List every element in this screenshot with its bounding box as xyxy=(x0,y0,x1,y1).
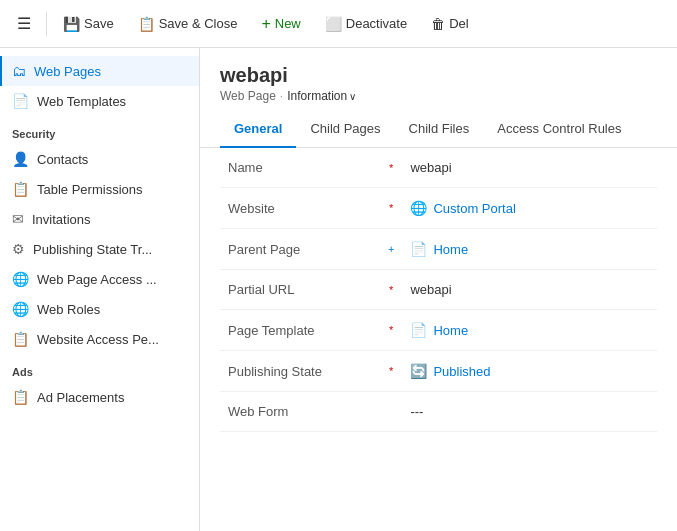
table-row: Name * webapi xyxy=(220,148,657,188)
field-value-partial-url: webapi xyxy=(402,270,657,310)
tab-bar: General Child Pages Child Files Access C… xyxy=(200,111,677,148)
web-templates-icon: 📄 xyxy=(12,93,29,109)
save-close-label: Save & Close xyxy=(159,16,238,31)
page-template-link[interactable]: 📄 Home xyxy=(410,322,649,338)
field-label-web-form: Web Form xyxy=(220,392,380,432)
required-indicator-name: * xyxy=(380,148,402,188)
field-label-publishing-state: Publishing State xyxy=(220,351,380,392)
sidebar-item-web-templates[interactable]: 📄 Web Templates xyxy=(0,86,199,116)
new-label: New xyxy=(275,16,301,31)
sidebar-item-label: Invitations xyxy=(32,212,91,227)
required-indicator-web-form xyxy=(380,392,402,432)
field-label-partial-url: Partial URL xyxy=(220,270,380,310)
sidebar-item-web-pages[interactable]: 🗂 Web Pages xyxy=(0,56,199,86)
required-star: * xyxy=(389,202,393,214)
contacts-icon: 👤 xyxy=(12,151,29,167)
table-row: Web Form --- xyxy=(220,392,657,432)
website-link[interactable]: 🌐 Custom Portal xyxy=(410,200,649,216)
save-close-button[interactable]: 📋 Save & Close xyxy=(128,10,248,38)
field-value-name: webapi xyxy=(402,148,657,188)
table-row: Partial URL * webapi xyxy=(220,270,657,310)
new-icon: + xyxy=(261,15,270,33)
sidebar-item-label: Website Access Pe... xyxy=(37,332,159,347)
parent-page-link[interactable]: 📄 Home xyxy=(410,241,649,257)
required-indicator-template: * xyxy=(380,310,402,351)
sidebar-item-label: Contacts xyxy=(37,152,88,167)
table-row: Website * 🌐 Custom Portal xyxy=(220,188,657,229)
field-value-web-form: --- xyxy=(402,392,657,432)
table-row: Page Template * 📄 Home xyxy=(220,310,657,351)
hamburger-menu[interactable]: ☰ xyxy=(8,8,40,40)
sidebar: 🗂 Web Pages 📄 Web Templates Security 👤 C… xyxy=(0,48,200,531)
sidebar-item-invitations[interactable]: ✉ Invitations xyxy=(0,204,199,234)
tab-general[interactable]: General xyxy=(220,111,296,148)
sidebar-item-table-permissions[interactable]: 📋 Table Permissions xyxy=(0,174,199,204)
content-area: webapi Web Page · Information ∨ General … xyxy=(200,48,677,531)
save-label: Save xyxy=(84,16,114,31)
page-title: webapi xyxy=(220,64,657,87)
required-indicator-publishing: * xyxy=(380,351,402,392)
web-form-value: --- xyxy=(410,404,423,419)
sidebar-item-label: Web Templates xyxy=(37,94,126,109)
save-close-icon: 📋 xyxy=(138,16,155,32)
website-value: Custom Portal xyxy=(433,201,515,216)
chevron-down-icon: ∨ xyxy=(349,91,356,102)
breadcrumb-type: Web Page xyxy=(220,89,276,103)
delete-button[interactable]: 🗑 Del xyxy=(421,10,479,38)
field-value-website: 🌐 Custom Portal xyxy=(402,188,657,229)
sidebar-item-publishing-state[interactable]: ⚙ Publishing State Tr... xyxy=(0,234,199,264)
required-indicator-parent: + xyxy=(380,229,402,270)
publishing-state-value: Published xyxy=(433,364,490,379)
save-button[interactable]: 💾 Save xyxy=(53,10,124,38)
delete-icon: 🗑 xyxy=(431,16,445,32)
required-star: + xyxy=(388,243,394,255)
main-layout: 🗂 Web Pages 📄 Web Templates Security 👤 C… xyxy=(0,48,677,531)
separator-1 xyxy=(46,12,47,36)
form-section: Name * webapi Website * 🌐 Cust xyxy=(200,148,677,432)
globe-icon: 🌐 xyxy=(410,200,427,216)
invitations-icon: ✉ xyxy=(12,211,24,227)
deactivate-label: Deactivate xyxy=(346,16,407,31)
table-row: Publishing State * 🔄 Published xyxy=(220,351,657,392)
table-row: Parent Page + 📄 Home xyxy=(220,229,657,270)
field-value-publishing-state: 🔄 Published xyxy=(402,351,657,392)
ad-placements-icon: 📋 xyxy=(12,389,29,405)
sidebar-item-contacts[interactable]: 👤 Contacts xyxy=(0,144,199,174)
page-template-value: Home xyxy=(433,323,468,338)
parent-page-value: Home xyxy=(433,242,468,257)
sidebar-item-ad-placements[interactable]: 📋 Ad Placements xyxy=(0,382,199,412)
tab-child-files[interactable]: Child Files xyxy=(395,111,484,148)
new-button[interactable]: + New xyxy=(251,9,310,39)
required-star: * xyxy=(389,284,393,296)
breadcrumb-section-label: Information xyxy=(287,89,347,103)
publishing-state-link[interactable]: 🔄 Published xyxy=(410,363,649,379)
table-permissions-icon: 📋 xyxy=(12,181,29,197)
sidebar-item-web-roles[interactable]: 🌐 Web Roles xyxy=(0,294,199,324)
page-icon: 📄 xyxy=(410,241,427,257)
required-indicator-url: * xyxy=(380,270,402,310)
form-table: Name * webapi Website * 🌐 Cust xyxy=(220,148,657,432)
tab-child-pages[interactable]: Child Pages xyxy=(296,111,394,148)
toolbar: ☰ 💾 Save 📋 Save & Close + New ⬜ Deactiva… xyxy=(0,0,677,48)
page-header: webapi Web Page · Information ∨ xyxy=(200,48,677,103)
delete-label: Del xyxy=(449,16,469,31)
breadcrumb-section-link[interactable]: Information ∨ xyxy=(287,89,356,103)
field-label-website: Website xyxy=(220,188,380,229)
sidebar-item-label: Web Roles xyxy=(37,302,100,317)
sidebar-item-label: Publishing State Tr... xyxy=(33,242,152,257)
template-icon: 📄 xyxy=(410,322,427,338)
tab-access-control[interactable]: Access Control Rules xyxy=(483,111,635,148)
website-access-icon: 📋 xyxy=(12,331,29,347)
sidebar-item-label: Web Pages xyxy=(34,64,101,79)
sidebar-item-web-page-access[interactable]: 🌐 Web Page Access ... xyxy=(0,264,199,294)
deactivate-button[interactable]: ⬜ Deactivate xyxy=(315,10,417,38)
web-page-access-icon: 🌐 xyxy=(12,271,29,287)
breadcrumb: Web Page · Information ∨ xyxy=(220,89,657,103)
field-value-page-template: 📄 Home xyxy=(402,310,657,351)
field-label-parent-page: Parent Page xyxy=(220,229,380,270)
field-label-page-template: Page Template xyxy=(220,310,380,351)
save-icon: 💾 xyxy=(63,16,80,32)
sidebar-item-website-access[interactable]: 📋 Website Access Pe... xyxy=(0,324,199,354)
name-value: webapi xyxy=(410,160,451,175)
security-section-header: Security xyxy=(0,116,199,144)
